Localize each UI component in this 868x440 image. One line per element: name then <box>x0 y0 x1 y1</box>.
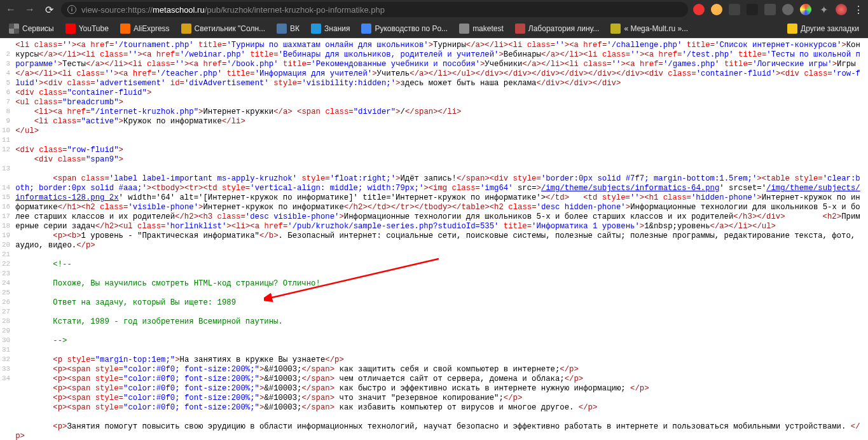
url-host: metaschool.ru <box>153 5 205 15</box>
apps-button[interactable]: Сервисы <box>5 22 58 36</box>
bookmark-item[interactable]: Светильник "Солн... <box>177 22 270 36</box>
back-button[interactable]: ← <box>4 3 18 17</box>
address-bar[interactable]: i view-source:https://metaschool.ru/pub/… <box>61 2 688 17</box>
line-numbers: 2345678910111213141516171819202122232425… <box>0 38 14 440</box>
ext-icon[interactable] <box>764 4 776 15</box>
profile-avatar[interactable] <box>836 4 847 15</box>
bookmark-vk[interactable]: ВК <box>273 22 303 36</box>
ext-icon[interactable] <box>782 4 794 15</box>
bookmarks-bar: Сервисы YouTube AliExpress Светильник "С… <box>0 19 868 38</box>
bookmark-youtube[interactable]: YouTube <box>62 22 113 36</box>
bookmark-maketest[interactable]: maketest <box>455 22 507 36</box>
source-code: <li class=''><a href='/tournament.php' t… <box>14 38 868 440</box>
bookmark-item[interactable]: Руководство по Po... <box>357 22 451 36</box>
bookmark-item[interactable]: « Mega-Mult.ru »... <box>607 22 692 36</box>
abp-icon[interactable] <box>693 4 705 15</box>
ext-icon[interactable] <box>747 4 758 15</box>
ext-icon[interactable] <box>729 4 740 15</box>
browser-menu[interactable]: ⋮ <box>853 4 864 16</box>
ext-icon[interactable] <box>711 4 722 15</box>
url-prefix: view-source:https:// <box>81 5 153 15</box>
site-info-icon[interactable]: i <box>67 5 76 14</box>
bookmark-item[interactable]: Лаборатория лину... <box>511 22 603 36</box>
reload-button[interactable]: ⟳ <box>42 3 56 17</box>
browser-toolbar: ← → ⟳ i view-source:https://metaschool.r… <box>0 0 868 19</box>
ext-icon[interactable] <box>800 4 811 15</box>
extensions-icon[interactable]: ✦ <box>818 4 829 15</box>
view-source-content[interactable]: 2345678910111213141516171819202122232425… <box>0 38 868 440</box>
other-bookmarks[interactable]: Другие закладки <box>783 22 863 36</box>
bookmark-aliexpress[interactable]: AliExpress <box>116 22 174 36</box>
url-path: /pub/kruzhok/internet-kruzhok-po-informa… <box>205 5 385 15</box>
forward-button[interactable]: → <box>23 3 37 17</box>
extension-icons: ✦ ⋮ <box>693 4 864 16</box>
bookmark-znaniya[interactable]: Знания <box>307 22 354 36</box>
